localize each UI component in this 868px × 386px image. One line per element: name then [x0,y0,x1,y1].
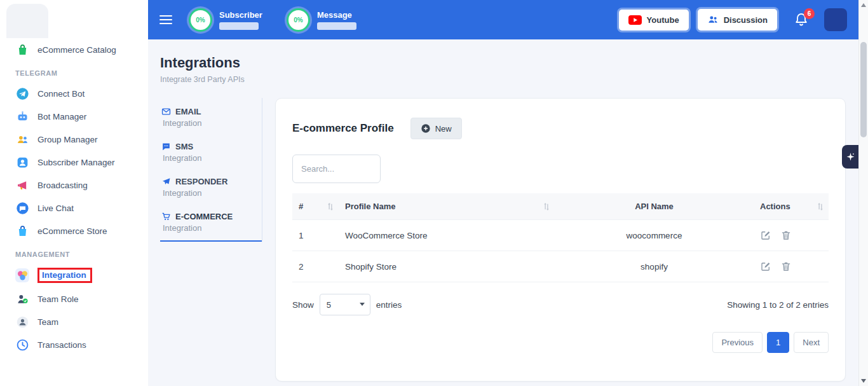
edit-icon [760,261,771,272]
table-header-row: # Profile Name API Name Actions [292,193,829,220]
sidebar-item-group-manager[interactable]: Group Manager [0,128,148,151]
sidebar: eCommerce Catalog TELEGRAM Connect Bot B… [0,0,148,386]
page-title: Integrations [160,55,846,71]
tab-subtitle: Integration [161,153,255,163]
trash-icon [780,230,792,241]
tab-title: SMS [175,142,193,151]
column-header-profile-name[interactable]: Profile Name [339,193,555,220]
sidebar-item-broadcasting[interactable]: Broadcasting [0,174,148,196]
search-input[interactable] [292,155,381,183]
youtube-button[interactable]: Youtube [619,10,689,31]
table-row: 1 WooCommerce Store woocommerce [292,220,829,251]
table-row: 2 Shopify Store shopify [292,251,829,282]
integration-subnav: EMAIL Integration SMS Integration RESPON… [160,98,262,242]
tab-title: E-COMMERCE [175,212,233,221]
sidebar-item-label: Group Manager [37,135,98,144]
tab-sms-integration[interactable]: SMS Integration [160,135,262,170]
column-header-num[interactable]: # [292,193,339,220]
sidebar-item-transactions[interactable]: Transactions [0,333,148,356]
sidebar-item-subscriber-manager[interactable]: Subscriber Manager [0,151,148,174]
notifications-bell-icon[interactable]: 6 [794,12,809,27]
sort-icon [327,203,334,210]
delete-button[interactable] [780,261,792,272]
edit-button[interactable] [760,261,771,272]
sidebar-item-label: eCommerce Catalog [37,45,116,55]
row-profile-name: Shopify Store [339,251,555,282]
ecommerce-profile-card: E-commerce Profile New # Profile Name [275,98,846,382]
sidebar-item-integration[interactable]: Integration [0,263,148,287]
sidebar-item-live-chat[interactable]: Live Chat [0,196,148,219]
sidebar-item-bot-manager[interactable]: Bot Manager [0,105,148,128]
sidebar-section-management: MANAGEMENT [0,242,148,263]
cart-icon [161,212,171,221]
discussion-button[interactable]: Discussion [698,9,777,31]
team-icon [15,315,29,329]
profiles-table: # Profile Name API Name Actions [292,193,829,282]
sidebar-item-label: Bot Manager [37,112,86,121]
paper-plane-icon [161,177,171,186]
telegram-icon [15,86,29,100]
robot-icon [15,109,29,123]
delete-button[interactable] [780,230,792,241]
sidebar-item-label-annotated: Integration [37,268,92,283]
scroll-down-icon[interactable] [861,379,866,383]
next-page-button[interactable]: Next [794,332,829,353]
row-profile-name: WooCommerce Store [339,220,555,251]
discussion-people-icon [707,15,719,25]
discussion-button-label: Discussion [724,15,768,25]
new-profile-button[interactable]: New [410,118,462,139]
edit-button[interactable] [760,230,771,241]
sidebar-item-label: Team [37,317,58,327]
sidebar-item-ecommerce-store[interactable]: eCommerce Store [0,219,148,242]
integration-dots-icon [15,268,29,282]
hamburger-menu-icon[interactable] [159,15,172,24]
youtube-button-label: Youtube [647,15,679,25]
page-size-select[interactable]: 5 [320,294,370,315]
shopping-bag-icon [15,43,29,57]
card-title: E-commerce Profile [292,122,394,135]
store-bag-icon [15,224,29,238]
row-api-name: shopify [555,251,754,282]
sidebar-item-connect-bot[interactable]: Connect Bot [0,82,148,105]
sidebar-section-telegram: TELEGRAM [0,61,148,82]
pagination: Previous 1 Next [292,332,829,353]
scrollbar-thumb[interactable] [860,42,867,137]
entries-label: entries [376,300,402,310]
group-icon [15,132,29,146]
sidebar-item-team-role[interactable]: Team Role [0,287,148,310]
tab-ecommerce-integration[interactable]: E-COMMERCE Integration [160,205,262,242]
sidebar-item-team[interactable]: Team [0,310,148,333]
clock-icon [15,338,29,352]
column-header-actions[interactable]: Actions [754,193,829,220]
tab-email-integration[interactable]: EMAIL Integration [160,100,262,135]
edit-icon [760,230,771,241]
sidebar-item-label: Transactions [37,340,86,350]
tab-subtitle: Integration [161,118,255,128]
subscriber-icon [15,155,29,169]
tab-responder-integration[interactable]: RESPONDER Integration [160,170,262,205]
column-header-api-name[interactable]: API Name [555,193,754,220]
row-num: 1 [292,220,339,251]
plus-circle-icon [421,123,431,134]
sidebar-item-label: eCommerce Store [37,226,107,236]
sidebar-item-label: Team Role [37,294,79,304]
scrollbar[interactable] [858,0,868,386]
scroll-up-icon[interactable] [861,3,866,7]
tab-subtitle: Integration [161,188,255,198]
team-role-icon [15,292,29,306]
logo [0,0,148,38]
sidebar-item-label: Broadcasting [37,181,88,190]
sidebar-item-label: Connect Bot [37,89,85,99]
avatar[interactable] [824,8,847,31]
sidebar-item-ecommerce-catalog[interactable]: eCommerce Catalog [0,38,148,61]
sort-icon [543,203,550,210]
previous-page-button[interactable]: Previous [712,332,763,353]
message-stat-label: Message [317,10,356,20]
assistant-widget-button[interactable] [842,145,858,169]
sidebar-item-label: Subscriber Manager [37,158,115,167]
subscriber-stat: 0% Subscriber [189,8,262,32]
tab-title: EMAIL [175,107,201,116]
page-1-button[interactable]: 1 [767,332,789,353]
sort-icon [817,203,824,210]
masked-value [317,22,356,30]
